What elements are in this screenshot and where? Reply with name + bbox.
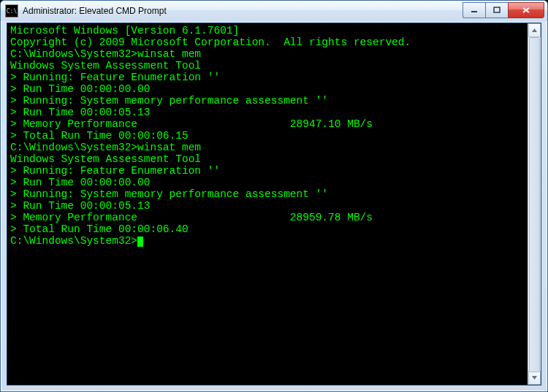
scroll-thumb[interactable]: [529, 37, 540, 372]
cursor: [137, 237, 143, 247]
terminal-line: > Run Time 00:00:00.00: [10, 177, 525, 188]
scroll-track[interactable]: [528, 37, 541, 371]
cmd-icon-text: C:\: [7, 8, 17, 15]
terminal-line: Windows System Assessment Tool: [10, 153, 525, 165]
terminal-line: > Running: Feature Enumeration '': [10, 165, 525, 177]
client-area: Microsoft Windows [Version 6.1.7601]Copy…: [7, 23, 541, 385]
terminal-line: > Memory Performance 28947.10 MB/s: [10, 118, 525, 130]
window-controls: [463, 2, 544, 17]
cmd-window: C:\ Administrator: Elevated CMD Prompt M…: [0, 0, 548, 392]
window-title: Administrator: Elevated CMD Prompt: [23, 6, 463, 16]
cmd-icon: C:\: [5, 4, 18, 18]
terminal-line: C:\Windows\System32>: [10, 235, 525, 247]
titlebar[interactable]: C:\ Administrator: Elevated CMD Prompt: [1, 1, 547, 21]
terminal-line: > Running: System memory performance ass…: [10, 95, 525, 107]
svg-rect-0: [471, 11, 477, 12]
scrollbar[interactable]: [528, 23, 541, 385]
terminal-line: > Run Time 00:00:05.13: [10, 107, 525, 118]
terminal-line: > Memory Performance 28959.78 MB/s: [10, 212, 525, 223]
chevron-down-icon: [532, 376, 537, 380]
svg-marker-5: [532, 376, 537, 380]
close-icon: [522, 7, 530, 14]
svg-marker-4: [532, 28, 537, 32]
scroll-down-button[interactable]: [528, 371, 541, 385]
terminal-line: > Running: Feature Enumeration '': [10, 72, 525, 83]
terminal-line: > Run Time 00:00:00.00: [10, 83, 525, 95]
terminal-line: Windows System Assessment Tool: [10, 60, 525, 72]
maximize-icon: [493, 7, 501, 14]
close-button[interactable]: [508, 2, 544, 18]
maximize-button[interactable]: [485, 2, 508, 18]
minimize-button[interactable]: [463, 2, 485, 18]
chevron-up-icon: [532, 28, 537, 32]
minimize-icon: [471, 7, 478, 14]
terminal-line: C:\Windows\System32>winsat mem: [10, 142, 525, 153]
svg-rect-1: [494, 7, 500, 12]
scroll-up-button[interactable]: [528, 23, 541, 37]
terminal-line: Microsoft Windows [Version 6.1.7601]: [10, 25, 525, 36]
terminal-line: C:\Windows\System32>winsat mem: [10, 48, 525, 60]
terminal-line: Copyright (c) 2009 Microsoft Corporation…: [10, 36, 525, 48]
terminal-line: > Running: System memory performance ass…: [10, 188, 525, 200]
terminal-line: > Total Run Time 00:00:06.15: [10, 130, 525, 142]
terminal-line: > Total Run Time 00:00:06.40: [10, 223, 525, 235]
terminal-line: > Run Time 00:00:05.13: [10, 200, 525, 212]
terminal-output[interactable]: Microsoft Windows [Version 6.1.7601]Copy…: [7, 23, 528, 385]
